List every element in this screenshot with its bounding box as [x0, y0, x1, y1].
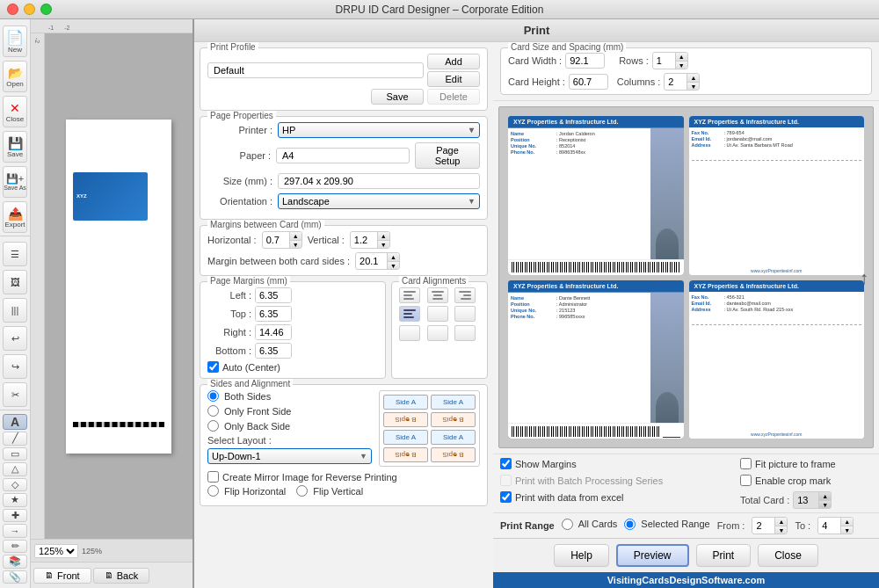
all-cards-row: All Cards — [562, 519, 618, 530]
to-input[interactable] — [818, 519, 840, 533]
rows-input[interactable] — [653, 54, 675, 68]
new-tool-button[interactable]: 📄 New — [3, 25, 27, 57]
to-down[interactable]: ▼ — [840, 526, 853, 534]
all-cards-radio[interactable] — [562, 519, 573, 530]
clip-tool[interactable]: 📎 — [3, 570, 27, 584]
align-middle-right[interactable] — [454, 306, 476, 322]
close-tool-button[interactable]: ✕ Close — [3, 96, 27, 127]
undo-tool[interactable]: ↩ — [3, 326, 27, 351]
total-card-up[interactable]: ▲ — [818, 492, 831, 500]
minimize-window-button[interactable] — [24, 4, 35, 15]
image-tool[interactable]: 🖼 — [3, 270, 27, 294]
profile-input[interactable] — [207, 62, 424, 78]
cross-tool[interactable]: ✚ — [3, 509, 27, 523]
close-button[interactable]: Close — [758, 544, 818, 567]
pencil-tool[interactable]: ✏ — [3, 540, 27, 554]
align-bottom-center[interactable] — [427, 325, 448, 341]
show-margins-checkbox[interactable] — [500, 458, 512, 469]
canvas-viewport[interactable]: -2 XYZ — [31, 33, 193, 539]
printer-select[interactable]: HP — [279, 123, 479, 137]
vertical-up[interactable]: ▲ — [377, 232, 389, 240]
back-tab[interactable]: 🗎 Back — [93, 568, 149, 584]
redo-tool[interactable]: ↪ — [3, 354, 27, 379]
rows-down[interactable]: ▼ — [675, 61, 687, 69]
size-input[interactable] — [278, 173, 480, 189]
front-tab[interactable]: 🗎 Front — [33, 568, 91, 584]
print-button[interactable]: Print — [696, 544, 752, 567]
bottom-margin-input[interactable] — [256, 344, 291, 358]
left-margin-input[interactable] — [256, 288, 291, 302]
open-tool-button[interactable]: 📂 Open — [3, 61, 27, 92]
edit-profile-button[interactable]: Edit — [427, 71, 480, 87]
layout-select[interactable]: Up-Down-1 Up-Down-2 Side-by-Side-1 — [208, 449, 371, 463]
flip-vertical-radio[interactable] — [296, 485, 308, 497]
right-margin-input[interactable] — [256, 325, 291, 339]
both-sides-radio[interactable] — [207, 390, 219, 402]
fit-picture-checkbox[interactable] — [740, 458, 752, 469]
excel-checkbox[interactable] — [500, 491, 512, 503]
delete-profile-button[interactable]: Delete — [427, 89, 480, 105]
options-column: Show Margins Print with Batch Processing… — [500, 458, 733, 509]
horizontal-up[interactable]: ▲ — [289, 232, 301, 240]
vertical-down[interactable]: ▼ — [377, 240, 389, 248]
save-as-tool-button[interactable]: 💾+ Save As — [3, 166, 27, 198]
triangle-tool[interactable]: △ — [3, 462, 27, 476]
from-down[interactable]: ▼ — [774, 526, 787, 534]
align-bottom-left[interactable] — [399, 325, 420, 341]
diamond-tool[interactable]: ◇ — [3, 478, 27, 492]
rect-tool[interactable]: ▭ — [3, 447, 27, 461]
top-margin-input[interactable] — [256, 307, 291, 321]
align-top-left[interactable] — [399, 287, 420, 303]
paper-input[interactable] — [276, 148, 410, 163]
selected-range-radio[interactable] — [624, 519, 636, 530]
zoom-select[interactable]: 125% 100% 75% — [34, 544, 78, 558]
book-tool[interactable]: 📚 — [3, 555, 27, 569]
add-profile-button[interactable]: Add — [427, 54, 480, 69]
flip-horizontal-radio[interactable] — [207, 485, 219, 497]
from-input[interactable] — [752, 519, 774, 533]
total-card-down[interactable]: ▼ — [818, 500, 831, 508]
card-height-input[interactable] — [569, 74, 608, 90]
margin-both-up[interactable]: ▲ — [387, 253, 399, 261]
align-middle-center[interactable] — [427, 306, 448, 322]
align-bottom-right[interactable] — [454, 325, 476, 341]
export-tool-button[interactable]: 📤 Export — [3, 201, 27, 233]
margin-both-down[interactable]: ▼ — [387, 261, 399, 269]
rows-up[interactable]: ▲ — [675, 53, 687, 61]
columns-input[interactable] — [665, 75, 686, 89]
close-window-button[interactable] — [7, 4, 18, 15]
crop-mark-checkbox[interactable] — [740, 475, 752, 486]
auto-center-checkbox[interactable] — [207, 361, 219, 373]
to-up[interactable]: ▲ — [840, 518, 853, 526]
help-button[interactable]: Help — [554, 544, 609, 567]
arrow-tool[interactable]: → — [3, 524, 27, 538]
select-tool[interactable]: ☰ — [3, 242, 27, 266]
window-controls[interactable] — [7, 4, 52, 15]
from-up[interactable]: ▲ — [774, 518, 787, 526]
maximize-window-button[interactable] — [40, 4, 52, 15]
horizontal-input[interactable] — [263, 233, 289, 247]
mirror-image-checkbox[interactable] — [207, 471, 219, 483]
page-setup-button[interactable]: Page Setup — [415, 142, 480, 169]
card-width-input[interactable] — [565, 53, 605, 69]
align-middle-left[interactable] — [399, 306, 420, 322]
save-profile-button[interactable]: Save — [371, 89, 424, 105]
vertical-input[interactable] — [351, 233, 377, 247]
preview-button[interactable]: Preview — [616, 544, 689, 567]
save-tool-button[interactable]: 💾 Save — [3, 131, 27, 163]
line-tool[interactable]: ╱ — [3, 432, 27, 446]
margin-both-input[interactable] — [356, 254, 387, 268]
align-top-right[interactable] — [454, 287, 476, 303]
horizontal-down[interactable]: ▼ — [289, 240, 301, 248]
cut-tool[interactable]: ✂ — [3, 382, 27, 407]
columns-down[interactable]: ▼ — [686, 82, 699, 90]
orientation-select[interactable]: Landscape Portrait — [279, 194, 479, 208]
barcode-tool[interactable]: ||| — [3, 298, 27, 323]
batch-processing-checkbox[interactable] — [500, 475, 512, 486]
back-only-radio[interactable] — [207, 420, 219, 432]
front-only-radio[interactable] — [207, 405, 219, 417]
columns-up[interactable]: ▲ — [686, 74, 699, 82]
star-tool[interactable]: ★ — [3, 493, 27, 507]
text-tool[interactable]: A — [3, 414, 27, 430]
align-top-center[interactable] — [427, 287, 448, 303]
